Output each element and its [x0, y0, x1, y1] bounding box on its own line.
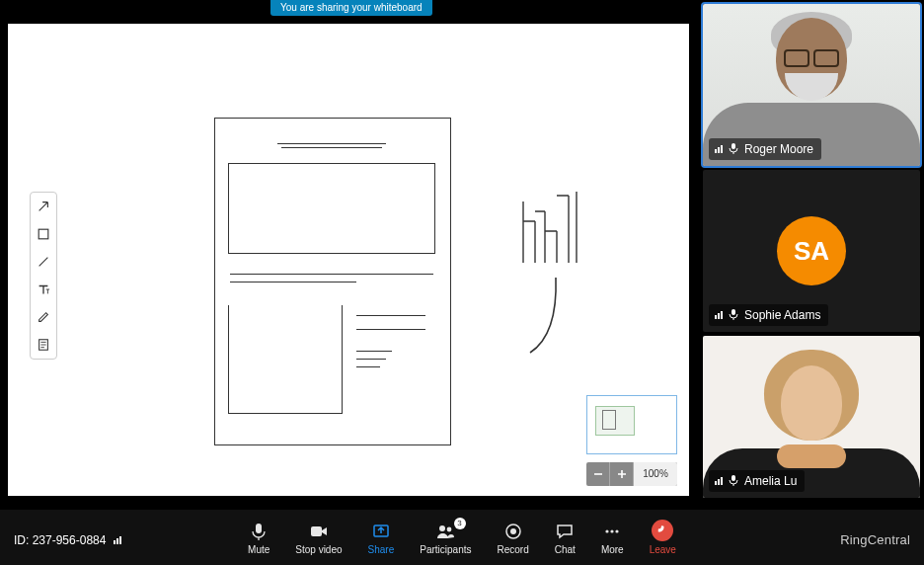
- zoom-out-button[interactable]: [586, 462, 610, 486]
- participant-name: Sophie Adams: [744, 308, 820, 322]
- meeting-id-text: ID: 237-956-0884: [14, 533, 106, 547]
- participant-name: Roger Moore: [744, 142, 813, 156]
- record-button[interactable]: Record: [498, 522, 529, 555]
- signal-icon: [114, 536, 121, 544]
- svg-rect-0: [38, 229, 48, 239]
- sketch-bars: [521, 192, 580, 265]
- more-button[interactable]: More: [601, 522, 624, 555]
- svg-point-13: [611, 529, 614, 532]
- stop-video-label: Stop video: [295, 544, 342, 555]
- mute-label: Mute: [248, 544, 270, 555]
- sharing-banner: You are sharing your whiteboard: [270, 0, 432, 16]
- svg-point-11: [510, 528, 516, 534]
- leave-label: Leave: [650, 544, 676, 555]
- svg-rect-4: [732, 475, 735, 481]
- mute-button[interactable]: Mute: [248, 522, 270, 555]
- participant-overlay: Sophie Adams: [709, 304, 828, 326]
- hangup-icon: [652, 520, 673, 541]
- whiteboard-canvas[interactable]: 100%: [8, 24, 689, 496]
- participant-tile[interactable]: Roger Moore: [703, 4, 920, 166]
- text-tool-icon[interactable]: [30, 276, 57, 303]
- chat-label: Chat: [555, 544, 576, 555]
- signal-icon: [715, 311, 723, 319]
- zoom-controls: 100%: [586, 462, 677, 486]
- sketch-document: [214, 118, 451, 445]
- svg-rect-5: [256, 524, 262, 533]
- stop-video-button[interactable]: Stop video: [295, 522, 342, 555]
- bottom-bar: ID: 237-956-0884 Mute Stop video Share 3…: [0, 510, 924, 565]
- mic-icon: [728, 474, 739, 489]
- sketch-curve: [526, 276, 566, 359]
- avatar-initials: SA: [777, 216, 846, 285]
- mic-icon: [728, 142, 739, 157]
- call-controls: Mute Stop video Share 3 Participants Rec…: [248, 520, 676, 555]
- whiteboard-navigator[interactable]: [586, 395, 677, 454]
- app-root: You are sharing your whiteboard: [0, 0, 924, 565]
- participant-tile[interactable]: Amelia Lu: [703, 336, 920, 498]
- participants-panel: Roger Moore SA Sophie Adams Amelia Lu: [699, 0, 924, 510]
- share-button[interactable]: Share: [368, 522, 395, 555]
- navigator-viewport: [595, 406, 635, 436]
- participant-overlay: Roger Moore: [709, 138, 821, 160]
- sharing-banner-text: You are sharing your whiteboard: [280, 2, 423, 13]
- signal-icon: [715, 477, 723, 485]
- participants-count-badge: 3: [454, 518, 466, 529]
- zoom-in-button[interactable]: [610, 462, 634, 486]
- participant-tile[interactable]: SA Sophie Adams: [703, 170, 920, 332]
- record-label: Record: [498, 544, 529, 555]
- rectangle-tool-icon[interactable]: [30, 220, 57, 248]
- brand-logo: RingCentral: [840, 532, 910, 547]
- leave-button[interactable]: Leave: [650, 520, 676, 555]
- mic-icon: [728, 308, 739, 323]
- svg-point-12: [606, 529, 609, 532]
- meeting-id: ID: 237-956-0884: [14, 533, 121, 547]
- arrow-tool-icon[interactable]: [30, 193, 57, 220]
- signal-icon: [715, 145, 723, 153]
- svg-rect-2: [732, 143, 735, 149]
- svg-rect-6: [311, 526, 322, 536]
- svg-point-14: [616, 529, 619, 532]
- line-tool-icon[interactable]: [30, 248, 57, 276]
- participants-button[interactable]: 3 Participants: [420, 522, 471, 555]
- participant-overlay: Amelia Lu: [709, 470, 805, 492]
- whiteboard-toolbar: [30, 192, 57, 360]
- share-label: Share: [368, 544, 395, 555]
- more-label: More: [601, 544, 624, 555]
- svg-point-8: [439, 525, 445, 531]
- main-area: 100%: [0, 0, 695, 510]
- document-tool-icon[interactable]: [30, 331, 57, 359]
- participants-label: Participants: [420, 544, 471, 555]
- participant-name: Amelia Lu: [744, 474, 797, 488]
- chat-button[interactable]: Chat: [555, 522, 576, 555]
- pencil-tool-icon[interactable]: [30, 303, 57, 331]
- svg-rect-3: [732, 309, 735, 315]
- svg-point-9: [447, 527, 452, 532]
- zoom-value: 100%: [634, 462, 677, 486]
